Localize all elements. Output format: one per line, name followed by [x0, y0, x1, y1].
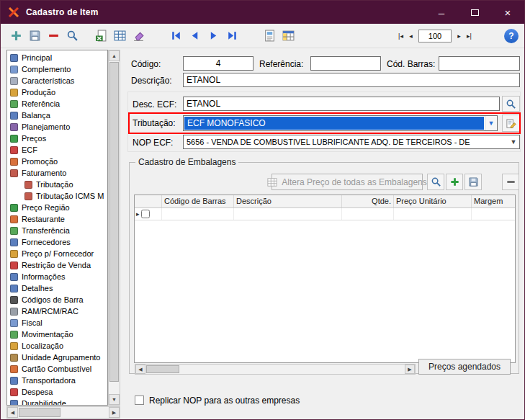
sidebar-item-faturamento[interactable]: Faturamento — [7, 167, 107, 179]
record-count-box[interactable]: 100 — [418, 30, 452, 43]
save-record-button[interactable] — [25, 27, 44, 45]
sidebar-item-complemento[interactable]: Complemento — [7, 63, 107, 75]
sidebar-item-preco-p-fornecedor[interactable]: Preço p/ Fornecedor — [7, 248, 107, 259]
grid-horizontal-scrollbar[interactable]: ◀ ▶ — [135, 364, 416, 375]
sidebar-item-producao[interactable]: Produção — [7, 86, 107, 98]
sidebar-item-codigos-de-barra[interactable]: Códigos de Barra — [7, 294, 107, 305]
pager-next-button[interactable]: ▸ — [454, 30, 464, 42]
table-row[interactable]: ▸ — [135, 208, 515, 220]
next-record-button[interactable] — [204, 27, 223, 45]
report-button[interactable] — [260, 27, 279, 45]
last-record-button[interactable] — [223, 27, 241, 45]
nop-ecf-combobox[interactable]: 5656 - VENDA DE COMBUSTIVEL LUBRIFICANTE… — [183, 135, 520, 149]
referencia-field[interactable] — [310, 56, 381, 71]
grid-column-preco-unitario[interactable]: Preço Unitário — [394, 195, 472, 207]
sidebar-item-transportadora[interactable]: Transportadora — [7, 375, 107, 386]
sidebar-item-precos[interactable]: Preços — [7, 133, 107, 144]
scroll-left-button[interactable]: ◀ — [135, 365, 145, 374]
sidebar-item-planejamento[interactable]: Planejamento — [7, 121, 107, 133]
expense-icon — [10, 388, 18, 396]
grid-column-margem[interactable]: Margem — [472, 195, 515, 207]
search-desc-ecf-button[interactable] — [502, 96, 520, 112]
clear-button[interactable] — [129, 27, 148, 45]
codigo-field[interactable] — [183, 56, 253, 71]
sidebar-item-tributacao[interactable]: Tributação — [7, 179, 107, 190]
sidebar-item-despesa[interactable]: Despesa — [7, 386, 107, 398]
sidebar-horizontal-scrollbar[interactable]: ◀ ▶ — [6, 406, 120, 419]
cod-barras-field[interactable] — [439, 56, 520, 71]
maximize-button[interactable] — [458, 1, 491, 24]
sidebar-item-promocao[interactable]: Promoção — [7, 156, 107, 167]
sidebar-item-principal[interactable]: Principal — [7, 52, 107, 63]
sidebar-item-localizacao[interactable]: Localização — [7, 340, 107, 352]
planning-icon — [10, 123, 18, 131]
sidebar-item-balanca[interactable]: Balança — [7, 110, 107, 121]
search-record-button[interactable] — [63, 27, 81, 45]
replicar-nop-checkbox[interactable] — [135, 396, 144, 405]
precos-agendados-button[interactable]: Preços agendados — [418, 359, 511, 375]
scroll-right-button[interactable]: ▶ — [405, 365, 415, 374]
close-button[interactable]: × — [491, 1, 524, 24]
scroll-left-button[interactable]: ◀ — [7, 407, 18, 418]
cell-codigo-de-barras[interactable] — [162, 208, 234, 220]
scroll-right-button[interactable]: ▶ — [109, 407, 120, 418]
sidebar-item-preco-regiao[interactable]: Preço Região — [7, 202, 107, 213]
eraser-icon — [133, 30, 145, 42]
minimize-button[interactable]: – — [425, 1, 458, 24]
help-button[interactable]: ? — [504, 29, 519, 43]
sidebar-item-durabilidade[interactable]: Durabilidade — [7, 398, 107, 406]
sidebar-item-movimentacao[interactable]: Movimentação — [7, 329, 107, 340]
chevron-down-icon[interactable]: ▼ — [485, 116, 497, 130]
prior-record-button[interactable] — [185, 27, 204, 45]
sidebar-item-fiscal[interactable]: Fiscal — [7, 317, 107, 329]
sidebar-item-restricao-de-venda[interactable]: Restrição de Venda — [7, 259, 107, 271]
add-record-button[interactable] — [6, 27, 25, 45]
save-embalagem-button[interactable] — [465, 174, 482, 190]
sidebar-item-ram-rcm-rac[interactable]: RAM/RCM/RAC — [7, 305, 107, 317]
sidebar-item-referencia[interactable]: Referência — [7, 98, 107, 110]
sidebar-item-transferencia[interactable]: Transferência — [7, 225, 107, 236]
pager-first-button[interactable]: |◂ — [396, 30, 405, 42]
sidebar-item-ecf[interactable]: ECF — [7, 144, 107, 156]
pager-prior-button[interactable]: ◂ — [406, 30, 416, 42]
grid-column-qtde[interactable]: Qtde. — [342, 195, 394, 207]
sidebar-item-cartao-combustivel[interactable]: Cartão Combustível — [7, 363, 107, 375]
desc-ecf-field[interactable] — [183, 97, 500, 111]
scroll-thumb[interactable] — [109, 62, 119, 382]
sidebar-item-caracteristicas[interactable]: Características — [7, 75, 107, 86]
pager-last-button[interactable]: ▸| — [465, 30, 474, 42]
altera-preco-button[interactable]: Altera Preço de todas as Embalagens — [272, 174, 423, 190]
cell-descricao[interactable] — [234, 208, 342, 220]
sidebar-item-informacoes[interactable]: Informações — [7, 271, 107, 282]
cell-margem[interactable] — [472, 208, 515, 220]
first-record-button[interactable] — [166, 27, 185, 45]
scroll-up-button[interactable]: ▲ — [109, 50, 120, 61]
sidebar-vertical-scrollbar[interactable]: ▲ ▼ — [108, 50, 120, 406]
sidebar-item-label: Cartão Combustível — [22, 365, 91, 373]
delete-record-button[interactable] — [44, 27, 63, 45]
search-embalagem-button[interactable] — [427, 174, 444, 190]
grid-column-codigo-de-barras[interactable]: Código de Barras — [162, 195, 234, 207]
sidebar-item-restaurante[interactable]: Restaurante — [7, 213, 107, 225]
sidebar-item-unidade-agrupamento[interactable]: Unidade Agrupamento — [7, 352, 107, 363]
export-grid-button[interactable] — [91, 27, 110, 45]
scroll-down-button[interactable]: ▼ — [109, 394, 120, 405]
descricao-field[interactable] — [183, 73, 520, 87]
row-checkbox[interactable] — [141, 210, 150, 218]
summary-table-button[interactable] — [279, 27, 297, 45]
edit-tributacao-button[interactable] — [502, 115, 520, 132]
table-view-button[interactable] — [110, 27, 129, 45]
add-embalagem-button[interactable] — [446, 174, 463, 190]
grid-column-descricao[interactable]: Descrição — [234, 195, 342, 207]
chevron-down-icon[interactable]: ▼ — [508, 135, 519, 148]
sidebar-item-fornecedores[interactable]: Fornecedores — [7, 236, 107, 248]
scroll-thumb[interactable] — [146, 365, 179, 373]
scroll-thumb[interactable] — [19, 408, 60, 417]
tributacao-combobox[interactable]: ECF MONOFASICO ▼ — [183, 115, 498, 131]
cell-preco-unitario[interactable] — [394, 208, 472, 220]
sidebar-item-tributacao-icms-m[interactable]: Tributação ICMS M — [7, 190, 107, 202]
cell-qtde[interactable] — [342, 208, 394, 220]
remove-embalagem-button[interactable] — [502, 174, 519, 190]
sidebar-item-detalhes[interactable]: Detalhes — [7, 282, 107, 294]
grid-column-selector[interactable] — [135, 195, 162, 207]
